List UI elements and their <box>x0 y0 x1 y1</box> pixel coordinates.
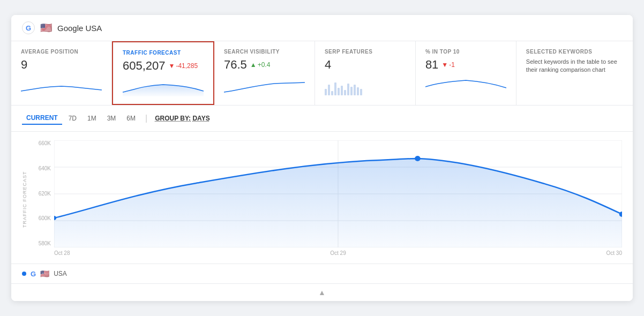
legend-area: G 🇺🇸 USA <box>11 264 633 283</box>
serp-bar <box>338 88 340 95</box>
y-label: 620K <box>31 191 54 197</box>
sv-label: SEARCH VISIBILITY <box>224 49 305 55</box>
x-label-oct30: Oct 30 <box>606 250 622 256</box>
chart-inner: 660K 640K 620K 600K 580K <box>31 140 622 258</box>
top10-label: % IN TOP 10 <box>425 49 506 55</box>
avg-pos-label: AVERAGE POSITION <box>21 49 102 55</box>
time-controls: CURRENT 7D 1M 3M 6M | GROUP BY: DAYS <box>11 106 633 132</box>
traffic-label: TRAFFIC FORECAST <box>123 50 204 56</box>
metric-search-visibility: SEARCH VISIBILITY 76.5 ▲ +0.4 <box>214 41 315 105</box>
chevron-up-icon: ▲ <box>318 288 326 297</box>
header-title: Google USA <box>57 24 102 33</box>
country-flag: 🇺🇸 <box>40 22 52 34</box>
serp-bar <box>347 84 349 95</box>
main-container: G 🇺🇸 Google USA AVERAGE POSITION 9 TRAFF… <box>11 15 633 301</box>
avg-pos-chart <box>21 76 102 95</box>
serp-bars-chart <box>325 76 406 95</box>
sv-value: 76.5 <box>224 58 247 72</box>
down-arrow-icon: ▼ <box>441 61 448 69</box>
btn-current[interactable]: CURRENT <box>22 112 62 125</box>
y-labels: 660K 640K 620K 600K 580K <box>31 140 54 247</box>
top10-mini-chart <box>425 76 506 95</box>
serp-bar <box>357 87 359 95</box>
up-arrow-icon: ▲ <box>250 61 257 69</box>
traffic-value: 605,207 <box>123 59 166 73</box>
y-label: 660K <box>31 140 54 146</box>
collapse-button[interactable]: ▲ <box>11 283 633 301</box>
serp-bar <box>341 86 343 95</box>
metric-average-position: AVERAGE POSITION 9 <box>11 41 112 105</box>
top10-change: ▼ -1 <box>441 61 455 69</box>
traffic-mini-chart <box>123 77 204 96</box>
btn-6m[interactable]: 6M <box>122 112 140 124</box>
metric-selected-keywords: SELECTED KEYWORDS Select keywords in the… <box>516 41 633 105</box>
legend-flag: 🇺🇸 <box>40 269 49 278</box>
main-chart-svg <box>54 140 622 247</box>
btn-1m[interactable]: 1M <box>83 112 101 124</box>
serp-bar <box>328 85 330 95</box>
x-label-oct28: Oct 28 <box>54 250 70 256</box>
chart-svg-area <box>54 140 622 247</box>
traffic-change: ▼ -41,285 <box>169 62 198 70</box>
chart-peak-point <box>415 156 421 161</box>
kw-desc: Select keywords in the table to see thei… <box>526 58 623 74</box>
avg-pos-value: 9 <box>21 58 27 72</box>
kw-label: SELECTED KEYWORDS <box>526 49 623 55</box>
y-label: 600K <box>31 215 54 221</box>
x-label-oct29: Oct 29 <box>330 250 346 256</box>
x-labels: Oct 28 Oct 29 Oct 30 <box>54 247 622 258</box>
legend-label: USA <box>54 270 67 277</box>
serp-label: SERP FEATURES <box>325 49 406 55</box>
legend-google-g: G <box>31 270 36 278</box>
sv-change: ▲ +0.4 <box>250 61 271 69</box>
group-by-label: GROUP BY: DAYS <box>155 115 210 122</box>
metric-pct-top10: % IN TOP 10 81 ▼ -1 <box>416 41 516 105</box>
sv-mini-chart <box>224 76 305 95</box>
serp-bar <box>350 87 353 95</box>
google-icon: G <box>22 21 35 34</box>
y-axis-label: TRAFFIC FORECAST <box>22 140 27 258</box>
btn-7d[interactable]: 7D <box>64 112 81 124</box>
btn-3m[interactable]: 3M <box>103 112 121 124</box>
serp-bar <box>360 89 362 95</box>
down-arrow-icon: ▼ <box>169 62 175 70</box>
serp-bar <box>354 85 356 95</box>
metric-serp-features: SERP FEATURES 4 <box>315 41 416 105</box>
divider: | <box>145 114 147 123</box>
serp-bar <box>334 82 336 95</box>
chart-area: TRAFFIC FORECAST 660K 640K 620K 600K 580… <box>11 132 633 264</box>
serp-bar <box>325 89 327 95</box>
header: G 🇺🇸 Google USA <box>11 15 633 41</box>
legend-dot <box>22 272 26 276</box>
serp-value: 4 <box>325 58 331 72</box>
top10-value: 81 <box>425 58 438 72</box>
serp-bar <box>331 91 333 95</box>
metrics-bar: AVERAGE POSITION 9 TRAFFIC FORECAST 605,… <box>11 41 633 106</box>
y-label: 580K <box>31 240 54 246</box>
y-label: 640K <box>31 165 54 171</box>
serp-bar <box>344 90 346 95</box>
metric-traffic-forecast: TRAFFIC FORECAST 605,207 ▼ -41,285 <box>112 41 214 105</box>
chart-container: TRAFFIC FORECAST 660K 640K 620K 600K 580… <box>22 140 622 258</box>
